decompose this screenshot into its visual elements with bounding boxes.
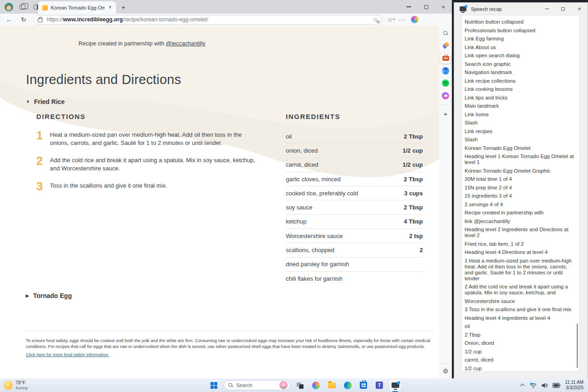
teams-button[interactable]: T (373, 379, 385, 391)
speech-recap-item[interactable]: 2 Add the cold rice and break it apart u… (465, 284, 575, 296)
taskbar-clock[interactable]: 11:11 AM 3/3/2025 (565, 380, 583, 391)
speech-recap-item[interactable]: Heading level 1 Korean Tornado Egg Omele… (465, 154, 575, 165)
speech-recap-item[interactable]: Link tips and tricks (465, 95, 575, 101)
browser-minimize-button[interactable] (400, 0, 417, 14)
taskbar: 78°F Sunny Search T (0, 378, 588, 392)
speech-maximize-button[interactable] (555, 3, 571, 15)
edge-button[interactable] (342, 379, 353, 391)
collections-icon[interactable]: ☆≡ (387, 16, 393, 23)
ingredient-name: garlic cloves, minced (286, 176, 341, 183)
speech-recap-item[interactable]: Onion, diced (465, 340, 575, 346)
shopping-tags-icon[interactable] (440, 40, 451, 51)
refresh-button[interactable]: ↻ (18, 15, 29, 25)
speech-recap-item[interactable]: carrot, diced (465, 357, 575, 363)
speech-recap-item[interactable]: 2 Tbsp (465, 332, 575, 338)
spotify-icon[interactable] (440, 78, 451, 89)
wifi-icon[interactable] (530, 382, 537, 388)
speech-recap-item[interactable]: Recipe created in partnership with (465, 210, 575, 216)
speech-recap-item[interactable]: Link cooking lessons (465, 86, 575, 92)
tab-favicon-icon (42, 5, 48, 10)
speech-recap-item[interactable]: 3 Toss in the scallions and give it one … (465, 307, 575, 313)
speech-close-button[interactable]: × (571, 3, 588, 15)
food-safety-link[interactable]: Click here for more food safety informat… (26, 352, 109, 358)
ingredient-name: cooked rice, preferably cold (286, 190, 358, 197)
speech-recap-item[interactable]: Heading level 4 Directions at level 4 (465, 249, 575, 255)
speech-recap-item[interactable]: Navigation landmark (465, 69, 575, 75)
settings-gear-icon[interactable]: ⚙ (443, 367, 449, 375)
sidebar-divider (441, 363, 450, 364)
speech-recap-item[interactable]: Professionals button collapsed (465, 28, 575, 34)
store-button[interactable] (358, 379, 369, 391)
battery-icon[interactable] (553, 383, 560, 388)
speech-recap-item[interactable]: Link open search dialog (465, 53, 575, 59)
ingredient-amount: 2 Tbsp (404, 204, 423, 211)
step-text: Toss in the scallions and give it one fi… (50, 181, 167, 192)
url-field[interactable]: https://www.incredibleegg.org/recipe/kor… (34, 15, 382, 25)
speech-recap-item[interactable]: oil (465, 323, 575, 329)
site-info-icon[interactable] (38, 17, 43, 22)
weather-temp: 78°F (15, 380, 28, 385)
copilot-taskbar-button[interactable] (310, 379, 322, 391)
workspaces-icon[interactable] (17, 2, 27, 12)
jeccachantilly-link[interactable]: @jeccachantilly (166, 40, 205, 47)
speech-recap-item[interactable]: Link Egg farming (465, 36, 575, 42)
speech-list-scrollbar[interactable] (577, 323, 578, 368)
file-explorer-button[interactable] (326, 379, 338, 391)
toolbox-icon[interactable] (440, 53, 451, 64)
speech-recap-item[interactable]: 2 servings 4 of 4 (465, 202, 575, 208)
url-text: https://www.incredibleegg.org/recipe/kor… (47, 16, 370, 23)
tornado-egg-toggle[interactable]: ▶ Tornado Egg (26, 292, 72, 299)
search-icon[interactable] (440, 28, 451, 39)
speech-recap-item[interactable]: Slash (465, 120, 575, 126)
speech-recap-item[interactable]: Korean Tornado Egg Omelet Graphic (465, 168, 575, 174)
speech-recap-item[interactable]: 15 ingredients 3 of 4 (465, 193, 575, 199)
new-tab-button[interactable]: + (119, 3, 128, 12)
speech-recap-item[interactable]: Slash (465, 137, 575, 143)
copilot-icon[interactable] (411, 16, 418, 23)
speech-recap-item[interactable]: Link recipes (465, 129, 575, 134)
speech-recap-item[interactable]: Korean Tornado Egg Omelet (465, 145, 575, 151)
partnership-line: Recipe created in partnership with @jecc… (78, 40, 206, 47)
speech-recap-item[interactable]: 1 Heat a medium-sized pan over medium-hi… (465, 258, 575, 282)
speech-recap-item[interactable]: Link About us (465, 45, 575, 50)
speech-recap-item[interactable]: Search icon graphic (465, 61, 575, 67)
speech-recap-window: Speech recap × Nutrition button collapse… (454, 2, 588, 378)
speech-recap-item[interactable]: 30M total time 1 of 4 (465, 176, 575, 182)
add-sidebar-item-button[interactable]: + (440, 108, 451, 119)
speech-recap-item[interactable]: Heading level 4 Ingredients at level 4 (465, 315, 575, 321)
speech-recap-item[interactable]: Main landmark (465, 103, 575, 109)
ingredient-name: dried parsley for garnish (286, 261, 349, 268)
task-view-button[interactable] (294, 379, 306, 391)
start-button[interactable] (208, 379, 220, 391)
speech-recap-item[interactable]: Worcestershire sauce (465, 298, 575, 304)
copilot-sidebar-icon[interactable] (440, 65, 451, 76)
speech-recap-item[interactable]: Heading level 2 Ingredients and Directio… (465, 227, 575, 238)
more-options-icon[interactable]: ··· (398, 16, 406, 23)
favorites-star-icon[interactable]: ☆⚙ (372, 16, 378, 23)
speech-recap-item[interactable]: 1/2 cup (465, 366, 575, 372)
tab-close-icon[interactable]: × (107, 4, 113, 11)
profile-avatar[interactable] (5, 3, 13, 11)
speech-recap-item[interactable]: Link recipe collections (465, 78, 575, 84)
browser-close-button[interactable]: × (435, 0, 452, 14)
speech-recap-item[interactable]: Nutrition button collapsed (465, 19, 575, 25)
browser-tab[interactable]: Korean Tornado Egg Omelet - A × (38, 1, 116, 14)
speech-minimize-button[interactable] (539, 3, 555, 15)
messenger-icon[interactable] (440, 90, 451, 101)
taskbar-search-box[interactable]: Search (224, 380, 290, 390)
back-button[interactable]: ← (4, 15, 15, 25)
speech-recap-icon (392, 382, 399, 388)
fried-rice-toggle[interactable]: ▼ Fried Rice (26, 98, 65, 105)
speech-recap-item[interactable]: 1/2 cup (465, 349, 575, 355)
speech-recap-item[interactable]: link @jeccachantilly (465, 218, 575, 224)
volume-icon[interactable] (541, 382, 548, 388)
speech-recap-item[interactable]: Link home (465, 112, 575, 118)
speech-recap-item[interactable]: 15N prep time 2 of 4 (465, 185, 575, 191)
browser-maximize-button[interactable] (417, 0, 435, 14)
speech-recap-item[interactable]: Fried rice, tab item, 1 of 2 (465, 241, 575, 247)
weather-widget[interactable]: 78°F Sunny (5, 380, 59, 390)
web-page: Recipe created in partnership with @jecc… (0, 25, 439, 378)
tray-chevron-icon[interactable] (521, 383, 524, 387)
speech-recap-taskbar-button[interactable] (389, 379, 401, 391)
task-view-icon (297, 382, 304, 388)
